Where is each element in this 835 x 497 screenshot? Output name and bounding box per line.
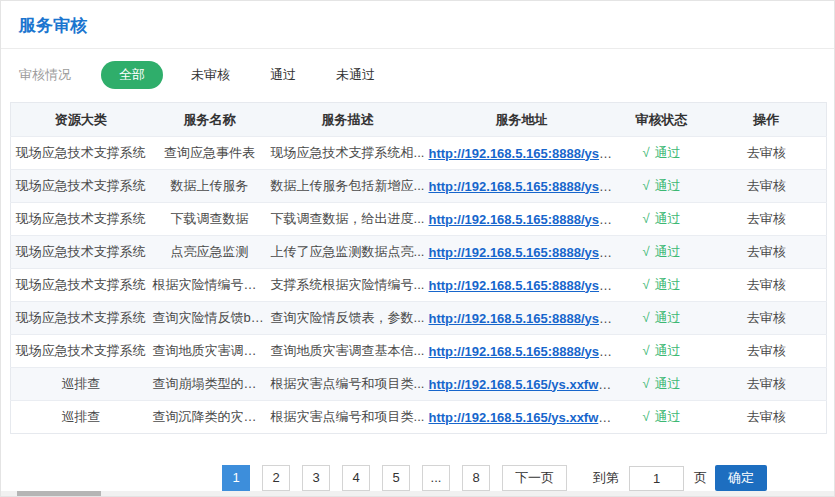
status-text: 通过 <box>655 277 681 292</box>
page-number-button[interactable]: 3 <box>302 465 330 491</box>
cell-service-name: 数据上传服务 <box>151 170 269 203</box>
goto-page-input[interactable] <box>629 466 684 491</box>
cell-status: √通过 <box>617 401 707 434</box>
page-title: 服务审核 <box>1 1 834 48</box>
table-row: 现场应急技术支撑系统点亮应急监测上传了应急监测数据点亮...http://192… <box>11 236 827 269</box>
cell-category: 现场应急技术支撑系统 <box>11 137 151 170</box>
cell-description: 根据灾害点编号和项目类... <box>269 401 427 434</box>
page-number-button[interactable]: 2 <box>262 465 290 491</box>
filter-tab-failed[interactable]: 未通过 <box>336 61 375 89</box>
table-row: 现场应急技术支撑系统下载调查数据下载调查数据，给出进度...http://192… <box>11 203 827 236</box>
cell-action: 去审核 <box>707 269 827 302</box>
cell-description: 下载调查数据，给出进度... <box>269 203 427 236</box>
cell-action: 去审核 <box>707 203 827 236</box>
go-review-link[interactable]: 去审核 <box>747 145 786 160</box>
cell-status: √通过 <box>617 269 707 302</box>
service-url-link[interactable]: http://192.168.5.165/ys.xxfwfb/s... <box>429 377 617 392</box>
cell-action: 去审核 <box>707 335 827 368</box>
table-row: 现场应急技术支撑系统根据灾险情编号查询...支撑系统根据灾险情编号...http… <box>11 269 827 302</box>
cell-status: √通过 <box>617 335 707 368</box>
cell-category: 现场应急技术支撑系统 <box>11 302 151 335</box>
go-review-link[interactable]: 去审核 <box>747 343 786 358</box>
service-url-link[interactable]: http://192.168.5.165:8888/ys.yjz... <box>429 212 617 227</box>
cell-description: 支撑系统根据灾险情编号... <box>269 269 427 302</box>
service-url-link[interactable]: http://192.168.5.165:8888/ys.yjz... <box>429 278 617 293</box>
service-url-link[interactable]: http://192.168.5.165:8888/ys.yjz... <box>429 311 617 326</box>
column-header-action: 操作 <box>707 103 827 137</box>
cell-service-url: http://192.168.5.165:8888/ys.yjz... <box>427 170 617 203</box>
go-review-link[interactable]: 去审核 <box>747 376 786 391</box>
cell-category: 现场应急技术支撑系统 <box>11 269 151 302</box>
cell-category: 现场应急技术支撑系统 <box>11 236 151 269</box>
table-header-row: 资源大类 服务名称 服务描述 服务地址 审核状态 操作 <box>11 103 827 137</box>
go-review-link[interactable]: 去审核 <box>747 211 786 226</box>
cell-action: 去审核 <box>707 137 827 170</box>
column-header-status: 审核状态 <box>617 103 707 137</box>
horizontal-scrollbar-thumb[interactable] <box>17 491 101 496</box>
cell-category: 现场应急技术支撑系统 <box>11 203 151 236</box>
check-icon: √ <box>642 145 649 160</box>
check-icon: √ <box>642 178 649 193</box>
status-text: 通过 <box>655 310 681 325</box>
column-header-service-url: 服务地址 <box>427 103 617 137</box>
horizontal-scrollbar-track[interactable] <box>1 491 834 496</box>
filter-tab-unreviewed[interactable]: 未审核 <box>191 61 230 89</box>
status-text: 通过 <box>655 211 681 226</box>
column-header-description: 服务描述 <box>269 103 427 137</box>
confirm-button[interactable]: 确定 <box>715 465 767 491</box>
status-text: 通过 <box>655 244 681 259</box>
table-row: 现场应急技术支撑系统查询应急事件表现场应急技术支撑系统相...http://19… <box>11 137 827 170</box>
check-icon: √ <box>642 244 649 259</box>
check-icon: √ <box>642 211 649 226</box>
cell-service-url: http://192.168.5.165:8888/ys.yjz... <box>427 203 617 236</box>
table-row: 巡排查查询沉降类的灾害点...根据灾害点编号和项目类...http://192.… <box>11 401 827 434</box>
service-url-link[interactable]: http://192.168.5.165:8888/ys.yjz... <box>429 146 617 161</box>
cell-service-url: http://192.168.5.165:8888/ys.yjz... <box>427 335 617 368</box>
cell-description: 数据上传服务包括新增应... <box>269 170 427 203</box>
filter-tab-all[interactable]: 全部 <box>101 61 163 89</box>
cell-action: 去审核 <box>707 401 827 434</box>
cell-service-name: 查询地质灾害调查基... <box>151 335 269 368</box>
cell-description: 查询地质灾害调查基本信... <box>269 335 427 368</box>
check-icon: √ <box>642 343 649 358</box>
pagination: 12345...8 下一页 到第 页 确定 <box>222 465 767 491</box>
page-number-button[interactable]: 5 <box>382 465 410 491</box>
go-review-link[interactable]: 去审核 <box>747 310 786 325</box>
page-number-button[interactable]: 4 <box>342 465 370 491</box>
cell-service-name: 查询沉降类的灾害点... <box>151 401 269 434</box>
page-ellipsis-button[interactable]: ... <box>422 465 450 491</box>
cell-action: 去审核 <box>707 236 827 269</box>
check-icon: √ <box>642 409 649 424</box>
table-row: 巡排查查询崩塌类型的灾害...根据灾害点编号和项目类...http://192.… <box>11 368 827 401</box>
cell-description: 现场应急技术支撑系统相... <box>269 137 427 170</box>
go-review-link[interactable]: 去审核 <box>747 277 786 292</box>
cell-service-name: 查询崩塌类型的灾害... <box>151 368 269 401</box>
service-url-link[interactable]: http://192.168.5.165:8888/ys.yjz... <box>429 179 617 194</box>
go-review-link[interactable]: 去审核 <box>747 244 786 259</box>
service-url-link[interactable]: http://192.168.5.165:8888/ys.yjz... <box>429 344 617 359</box>
page-number-button[interactable]: 8 <box>462 465 490 491</box>
service-url-link[interactable]: http://192.168.5.165/ys.xxfwfb/s... <box>429 410 617 425</box>
cell-service-url: http://192.168.5.165:8888/ys.yjz... <box>427 269 617 302</box>
filter-tab-passed[interactable]: 通过 <box>270 61 296 89</box>
cell-status: √通过 <box>617 203 707 236</box>
cell-category: 巡排查 <box>11 401 151 434</box>
pagination-pages: 12345...8 <box>222 465 502 491</box>
table-row: 现场应急技术支撑系统查询地质灾害调查基...查询地质灾害调查基本信...http… <box>11 335 827 368</box>
filter-group-label: 审核情况 <box>19 66 71 84</box>
column-header-service-name: 服务名称 <box>151 103 269 137</box>
go-review-link[interactable]: 去审核 <box>747 409 786 424</box>
go-review-link[interactable]: 去审核 <box>747 178 786 193</box>
cell-service-url: http://192.168.5.165:8888/ys.yjz... <box>427 236 617 269</box>
cell-category: 巡排查 <box>11 368 151 401</box>
page-number-button[interactable]: 1 <box>222 465 250 491</box>
cell-action: 去审核 <box>707 368 827 401</box>
next-page-button[interactable]: 下一页 <box>502 465 567 491</box>
service-url-link[interactable]: http://192.168.5.165:8888/ys.yjz... <box>429 245 617 260</box>
cell-description: 上传了应急监测数据点亮... <box>269 236 427 269</box>
cell-category: 现场应急技术支撑系统 <box>11 170 151 203</box>
goto-page-suffix-label: 页 <box>694 469 707 487</box>
cell-service-name: 下载调查数据 <box>151 203 269 236</box>
cell-service-name: 根据灾险情编号查询... <box>151 269 269 302</box>
status-text: 通过 <box>655 343 681 358</box>
